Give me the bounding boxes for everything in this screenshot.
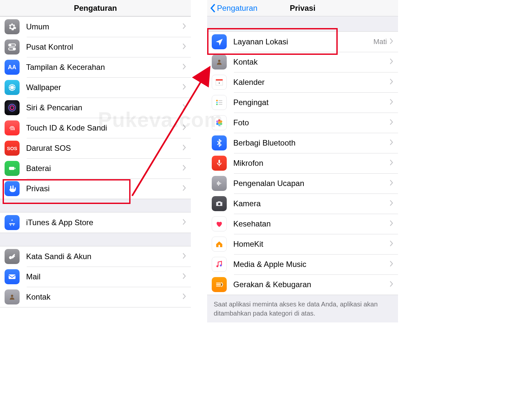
row-label: Baterai bbox=[26, 164, 182, 173]
fingerprint-icon bbox=[5, 120, 20, 135]
chevron-right-icon bbox=[390, 58, 393, 66]
row-label: Darurat SOS bbox=[26, 144, 182, 153]
chevron-right-icon bbox=[182, 144, 186, 152]
row-wallpaper[interactable]: Wallpaper bbox=[0, 77, 191, 98]
svg-point-24 bbox=[218, 119, 221, 122]
appstore-icon bbox=[5, 215, 20, 230]
row-label: Touch ID & Kode Sandi bbox=[26, 123, 182, 132]
row-label: Kamera bbox=[233, 199, 390, 208]
row-mail[interactable]: Mail bbox=[0, 267, 191, 287]
row-itunes[interactable]: iTunes & App Store bbox=[0, 212, 191, 233]
health-icon bbox=[212, 216, 227, 231]
svg-point-31 bbox=[218, 203, 221, 205]
chevron-right-icon bbox=[182, 219, 186, 226]
svg-point-1 bbox=[9, 44, 11, 46]
chevron-right-icon bbox=[390, 240, 393, 248]
svg-point-13 bbox=[218, 60, 221, 62]
svg-rect-9 bbox=[15, 168, 15, 169]
reminders-icon bbox=[212, 95, 227, 110]
homekit-icon bbox=[212, 237, 227, 252]
chevron-right-icon bbox=[390, 99, 393, 106]
row-kontak-left[interactable]: Kontak bbox=[0, 287, 191, 307]
row-label: Gerakan & Kebugaran bbox=[233, 280, 390, 289]
row-baterai[interactable]: Baterai bbox=[0, 158, 191, 179]
row-kamera[interactable]: Kamera bbox=[207, 194, 398, 214]
svg-point-19 bbox=[216, 102, 218, 103]
row-tampilan[interactable]: AA Tampilan & Kecerahan bbox=[0, 57, 191, 77]
svg-rect-18 bbox=[219, 100, 223, 101]
row-label: Pusat Kontrol bbox=[26, 42, 182, 52]
bluetooth-icon bbox=[212, 135, 227, 150]
left-title: Pengaturan bbox=[74, 4, 117, 13]
row-mikrofon[interactable]: Mikrofon bbox=[207, 153, 398, 173]
chevron-right-icon bbox=[182, 253, 186, 260]
row-ucapan[interactable]: Pengenalan Ucapan bbox=[207, 173, 398, 194]
waveform-icon bbox=[212, 176, 227, 191]
row-foto[interactable]: Foto bbox=[207, 113, 398, 133]
gear-icon bbox=[5, 19, 20, 34]
row-media[interactable]: Media & Apple Music bbox=[207, 254, 398, 274]
row-label: Pengingat bbox=[233, 98, 390, 107]
svg-point-26 bbox=[220, 123, 222, 125]
settings-group-3: Kata Sandi & Akun Mail Kontak bbox=[0, 246, 191, 307]
row-kalender[interactable]: • Kalender bbox=[207, 72, 398, 92]
toggle-icon bbox=[5, 39, 20, 54]
svg-rect-30 bbox=[219, 160, 220, 164]
svg-point-27 bbox=[218, 124, 221, 126]
contacts-icon bbox=[5, 289, 20, 304]
svg-point-7 bbox=[10, 106, 14, 110]
row-bluetooth[interactable]: Berbagi Bluetooth bbox=[207, 133, 398, 153]
chevron-right-icon bbox=[390, 200, 393, 208]
row-touchid[interactable]: Touch ID & Kode Sandi bbox=[0, 118, 191, 138]
row-kontak[interactable]: Kontak bbox=[207, 52, 398, 72]
settings-pane: Pengaturan Umum Pusat Kontrol AA Tampil bbox=[0, 0, 191, 420]
chevron-right-icon bbox=[390, 260, 393, 268]
svg-rect-11 bbox=[9, 274, 16, 279]
chevron-right-icon bbox=[390, 220, 393, 228]
row-homekit[interactable]: HomeKit bbox=[207, 234, 398, 254]
group-spacer bbox=[0, 199, 191, 212]
row-pengingat[interactable]: Pengingat bbox=[207, 92, 398, 113]
row-label: Wallpaper bbox=[26, 83, 182, 92]
row-label: iTunes & App Store bbox=[26, 218, 182, 227]
svg-point-21 bbox=[216, 104, 218, 105]
row-gerakan[interactable]: Gerakan & Kebugaran bbox=[207, 274, 398, 295]
row-privasi[interactable]: Privasi bbox=[0, 179, 191, 199]
chevron-right-icon bbox=[182, 293, 186, 301]
svg-point-12 bbox=[11, 295, 13, 297]
chevron-right-icon bbox=[390, 38, 393, 46]
row-label: Mikrofon bbox=[233, 159, 390, 168]
privacy-group: Layanan Lokasi Mati Kontak • Kalender bbox=[207, 31, 398, 295]
chevron-right-icon bbox=[182, 164, 186, 172]
chevron-right-icon bbox=[390, 159, 393, 167]
chevron-right-icon bbox=[182, 104, 186, 112]
chevron-right-icon bbox=[182, 84, 186, 91]
wallpaper-icon bbox=[5, 80, 20, 95]
row-sos[interactable]: SOS Darurat SOS bbox=[0, 138, 191, 158]
photos-icon bbox=[212, 115, 227, 130]
row-lokasi[interactable]: Layanan Lokasi Mati bbox=[207, 32, 398, 52]
row-label: Umum bbox=[26, 22, 182, 31]
settings-group-2: iTunes & App Store bbox=[0, 212, 191, 233]
location-icon bbox=[212, 34, 227, 49]
row-kesehatan[interactable]: Kesehatan bbox=[207, 214, 398, 234]
svg-rect-32 bbox=[219, 245, 220, 247]
key-icon bbox=[5, 249, 20, 264]
row-sandi[interactable]: Kata Sandi & Akun bbox=[0, 246, 191, 267]
svg-point-33 bbox=[216, 265, 218, 267]
row-pusat-kontrol[interactable]: Pusat Kontrol bbox=[0, 37, 191, 57]
svg-point-23 bbox=[218, 122, 221, 124]
camera-icon bbox=[212, 196, 227, 211]
svg-point-28 bbox=[216, 123, 219, 125]
svg-point-3 bbox=[13, 48, 15, 50]
contacts-icon bbox=[212, 54, 227, 70]
back-button[interactable]: Pengaturan bbox=[210, 0, 257, 16]
svg-rect-14 bbox=[216, 79, 223, 81]
row-siri[interactable]: Siri & Pencarian bbox=[0, 98, 191, 118]
row-label: Privasi bbox=[26, 184, 182, 193]
music-icon bbox=[212, 257, 227, 272]
siri-icon bbox=[5, 100, 20, 115]
row-label: Kontak bbox=[233, 57, 390, 67]
pane-gap bbox=[191, 0, 207, 420]
row-umum[interactable]: Umum bbox=[0, 17, 191, 37]
